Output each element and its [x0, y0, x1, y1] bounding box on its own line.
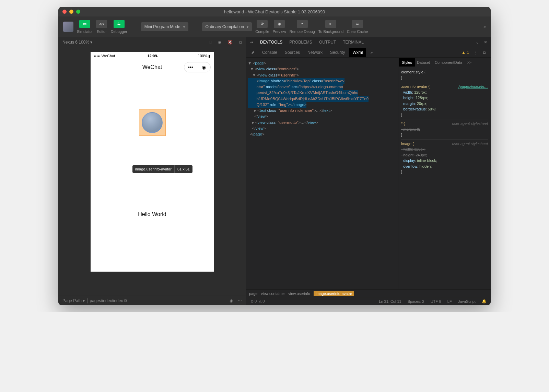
background-button[interactable]: ⇤ To Background — [318, 20, 343, 34]
kebab-icon[interactable]: ⋮ — [474, 50, 478, 55]
bell-icon[interactable]: 🔔 — [482, 299, 487, 304]
crumb-page[interactable]: page — [249, 292, 257, 296]
editor-button[interactable]: </> Editor — [96, 20, 107, 34]
phone-simulator[interactable]: ••••• WeChat ⌵ 12:09 100% ▮ WeChat ••• ◉ — [91, 52, 214, 272]
eol-info[interactable]: LF — [447, 299, 452, 304]
phone-icon: ▭ — [79, 20, 90, 28]
simulator-footer: Page Path ▾ │ pages/index/index ⧉ ◉ ⋯ — [58, 296, 246, 305]
styles-rules[interactable]: element.style { } .userinfo-avatar {./pa… — [398, 67, 491, 289]
popout-icon[interactable]: ⧉ — [483, 50, 486, 55]
phone-status-bar: ••••• WeChat ⌵ 12:09 100% ▮ — [91, 52, 214, 60]
main-toolbar: ▭ Simulator </> Editor ⇆ Debugger Mini P… — [58, 16, 491, 37]
compile-button[interactable]: ⟳ Compile — [255, 20, 269, 34]
compilation-dropdown[interactable]: Ordinary Compilation — [202, 22, 252, 31]
panel-tabs: ⇥ DEVTOOLS PROBLEMS OUTPUT TERMINAL ⌄ ✕ — [246, 37, 491, 47]
maximize-icon[interactable] — [76, 10, 80, 14]
content-area: Nexus 6 100% ▾ ▯ ◉ 🔇 ⧉ ••••• WeChat ⌵ 12… — [58, 37, 491, 305]
capsule-button[interactable]: ••• ◉ — [184, 62, 211, 72]
inspect-tooltip: image.userinfo-avatar 61 x 61 — [132, 165, 192, 173]
clear-cache-button[interactable]: ≋ Clear Cache — [347, 20, 368, 34]
visibility-icon[interactable]: ◉ — [230, 298, 233, 303]
user-avatar[interactable] — [63, 22, 73, 32]
device-dropdown[interactable]: Nexus 6 100% ▾ — [62, 40, 92, 45]
warnings-badge[interactable]: △ 0 — [259, 299, 265, 304]
titlebar: helloworld - WeChat Devtools Stable 1.03… — [58, 7, 491, 16]
nav-title: WeChat — [142, 64, 162, 70]
avatar — [142, 112, 163, 133]
encoding-info[interactable]: UTF-8 — [431, 299, 441, 304]
devtools-pane: ⇥ DEVTOOLS PROBLEMS OUTPUT TERMINAL ⌄ ✕ … — [246, 37, 491, 305]
tab-componentdata[interactable]: ComponentData — [435, 60, 462, 64]
mode-dropdown[interactable]: Mini Program Mode — [141, 22, 188, 31]
preview-button[interactable]: ◉ Preview — [273, 20, 286, 34]
crumb-userinfo[interactable]: view.userinfo — [288, 292, 310, 296]
hello-text: Hello World — [138, 211, 166, 217]
warning-badge[interactable]: ▲ 1 — [462, 50, 469, 55]
carrier-label: ••••• WeChat — [94, 54, 115, 58]
phone-body: image.userinfo-avatar 61 x 61 Hello Worl… — [91, 75, 214, 217]
copy-icon[interactable]: ⧉ — [124, 298, 127, 303]
chevron-down-icon[interactable]: ⌄ — [476, 40, 479, 45]
breadcrumb: page view.container view.userinfo image.… — [246, 289, 491, 297]
window-title: helloworld - WeChat Devtools Stable 1.03… — [224, 9, 325, 14]
tab-network[interactable]: Network — [307, 50, 323, 55]
device-icon[interactable]: ▯ — [209, 40, 212, 45]
page-path-label[interactable]: Page Path — [62, 298, 82, 303]
avatar-highlight[interactable] — [139, 109, 166, 136]
tooltip-selector: image.userinfo-avatar — [132, 165, 175, 173]
errors-badge[interactable]: ⊘ 0 — [250, 299, 257, 304]
styles-tabs: Styles Dataset ComponentData >> — [398, 58, 491, 67]
devtools-subtabs: ⬈ Console Sources Network Security Wxml … — [246, 47, 491, 58]
tab-console[interactable]: Console — [262, 50, 277, 55]
close-icon[interactable] — [62, 10, 67, 14]
clock-label: 12:09 — [147, 54, 157, 58]
debugger-button[interactable]: ⇆ Debugger — [110, 20, 127, 34]
debug-icon: ⇆ — [114, 20, 125, 28]
tab-devtools[interactable]: DEVTOOLS — [260, 40, 282, 45]
code-icon: </> — [96, 20, 107, 28]
page-path-value: pages/index/index — [90, 298, 123, 303]
tab-security[interactable]: Security — [330, 50, 345, 55]
status-bar: ⊘ 0 △ 0 Ln 31, Col 11 Spaces: 2 UTF-8 LF… — [246, 297, 491, 305]
popout-icon[interactable]: ⧉ — [239, 40, 242, 45]
exit-icon: ⇤ — [325, 20, 336, 28]
capsule-close-icon[interactable]: ◉ — [197, 64, 210, 70]
phone-nav-bar: WeChat ••• ◉ — [91, 60, 214, 75]
simulator-pane: Nexus 6 100% ▾ ▯ ◉ 🔇 ⧉ ••••• WeChat ⌵ 12… — [58, 37, 246, 305]
traffic-lights — [58, 10, 80, 14]
simulator-button[interactable]: ▭ Simulator — [77, 20, 93, 34]
crumb-container[interactable]: view.container — [261, 292, 285, 296]
tab-terminal[interactable]: TERMINAL — [343, 40, 364, 45]
refresh-icon: ⟳ — [257, 20, 268, 28]
tab-problems[interactable]: PROBLEMS — [289, 40, 312, 45]
app-window: helloworld - WeChat Devtools Stable 1.03… — [58, 7, 491, 305]
inspect-icon[interactable]: ⬈ — [251, 50, 255, 55]
tab-dataset[interactable]: Dataset — [417, 60, 430, 64]
expand-icon[interactable]: ⇥ — [250, 40, 253, 45]
tab-output[interactable]: OUTPUT — [319, 40, 336, 45]
more-icon[interactable]: ⋯ — [238, 298, 242, 303]
wxml-tree[interactable]: ▼ <page> ▼ <view class="container"> ▼ <v… — [246, 58, 398, 289]
capsule-menu-icon[interactable]: ••• — [184, 64, 198, 70]
more-tabs-icon[interactable]: » — [370, 50, 373, 55]
close-panel-icon[interactable]: ✕ — [484, 40, 487, 45]
tab-styles[interactable]: Styles — [399, 58, 415, 67]
crumb-avatar[interactable]: image.userinfo-avatar — [314, 291, 354, 296]
more-icon[interactable]: » — [483, 24, 486, 29]
tab-wxml[interactable]: Wxml — [349, 48, 366, 57]
indent-info[interactable]: Spaces: 2 — [408, 299, 424, 304]
tooltip-dimensions: 61 x 61 — [175, 165, 192, 173]
minimize-icon[interactable] — [69, 10, 73, 14]
more-icon[interactable]: >> — [467, 60, 471, 64]
layers-icon: ≋ — [352, 20, 363, 28]
lang-info[interactable]: JavaScript — [458, 299, 476, 304]
tab-sources[interactable]: Sources — [285, 50, 300, 55]
remote-debug-button[interactable]: ✶ Remote Debug — [290, 20, 315, 34]
devtools-body: ▼ <page> ▼ <view class="container"> ▼ <v… — [246, 58, 491, 289]
record-icon[interactable]: ◉ — [218, 40, 221, 45]
cursor-position[interactable]: Ln 31, Col 11 — [379, 299, 401, 304]
bug-icon: ✶ — [297, 20, 308, 28]
phone-wrap: ••••• WeChat ⌵ 12:09 100% ▮ WeChat ••• ◉ — [58, 47, 246, 296]
mute-icon[interactable]: 🔇 — [227, 40, 233, 45]
simulator-toolbar: Nexus 6 100% ▾ ▯ ◉ 🔇 ⧉ — [58, 37, 246, 47]
